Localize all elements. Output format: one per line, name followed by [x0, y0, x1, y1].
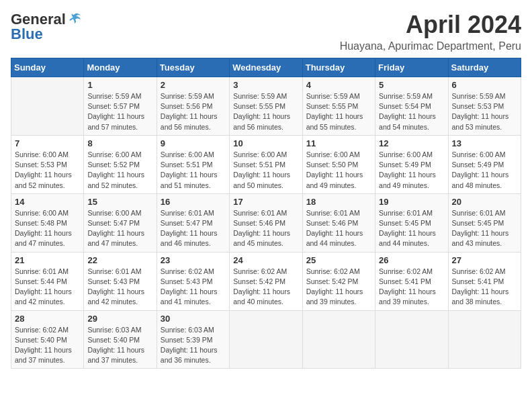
- calendar-cell: 20Sunrise: 6:01 AM Sunset: 5:45 PM Dayli…: [448, 193, 521, 252]
- day-info: Sunrise: 5:59 AM Sunset: 5:57 PM Dayligh…: [87, 91, 152, 132]
- weekday-header: Monday: [84, 58, 157, 77]
- calendar-cell: 26Sunrise: 6:02 AM Sunset: 5:41 PM Dayli…: [375, 252, 448, 310]
- calendar-cell: 28Sunrise: 6:02 AM Sunset: 5:40 PM Dayli…: [11, 310, 84, 369]
- calendar-cell: 18Sunrise: 6:01 AM Sunset: 5:46 PM Dayli…: [302, 193, 375, 252]
- day-info: Sunrise: 5:59 AM Sunset: 5:53 PM Dayligh…: [452, 91, 517, 132]
- calendar-week-row: 7Sunrise: 6:00 AM Sunset: 5:53 PM Daylig…: [11, 135, 521, 193]
- day-info: Sunrise: 6:02 AM Sunset: 5:43 PM Dayligh…: [161, 267, 226, 308]
- calendar-cell: 7Sunrise: 6:00 AM Sunset: 5:53 PM Daylig…: [11, 135, 84, 193]
- title-area: April 2024 Huayana, Apurimac Department,…: [340, 11, 521, 52]
- calendar-cell: 3Sunrise: 5:59 AM Sunset: 5:55 PM Daylig…: [230, 77, 302, 136]
- calendar-cell: 6Sunrise: 5:59 AM Sunset: 5:53 PM Daylig…: [448, 77, 521, 136]
- calendar-week-row: 28Sunrise: 6:02 AM Sunset: 5:40 PM Dayli…: [11, 310, 521, 369]
- calendar-table: SundayMondayTuesdayWednesdayThursdayFrid…: [11, 58, 521, 369]
- location-title: Huayana, Apurimac Department, Peru: [340, 40, 521, 52]
- day-info: Sunrise: 6:01 AM Sunset: 5:45 PM Dayligh…: [452, 208, 517, 249]
- calendar-cell: 14Sunrise: 6:00 AM Sunset: 5:48 PM Dayli…: [11, 193, 84, 252]
- calendar-cell: 22Sunrise: 6:01 AM Sunset: 5:43 PM Dayli…: [84, 252, 157, 310]
- calendar-cell: 5Sunrise: 5:59 AM Sunset: 5:54 PM Daylig…: [375, 77, 448, 136]
- day-info: Sunrise: 6:01 AM Sunset: 5:43 PM Dayligh…: [87, 267, 152, 308]
- day-number: 14: [15, 197, 80, 207]
- logo: General Blue: [11, 11, 82, 43]
- day-number: 13: [452, 138, 517, 148]
- calendar-cell: [375, 310, 448, 369]
- day-number: 30: [161, 314, 226, 324]
- day-number: 26: [379, 255, 444, 265]
- calendar-cell: 30Sunrise: 6:03 AM Sunset: 5:39 PM Dayli…: [157, 310, 229, 369]
- calendar-cell: 29Sunrise: 6:03 AM Sunset: 5:40 PM Dayli…: [84, 310, 157, 369]
- calendar-cell: [302, 310, 375, 369]
- day-info: Sunrise: 6:02 AM Sunset: 5:41 PM Dayligh…: [379, 267, 444, 308]
- calendar-cell: [448, 310, 521, 369]
- day-number: 20: [452, 197, 517, 207]
- day-info: Sunrise: 5:59 AM Sunset: 5:56 PM Dayligh…: [161, 91, 226, 132]
- day-number: 24: [233, 255, 298, 265]
- weekday-header: Thursday: [302, 58, 375, 77]
- day-info: Sunrise: 6:00 AM Sunset: 5:51 PM Dayligh…: [161, 150, 226, 191]
- weekday-header: Friday: [375, 58, 448, 77]
- calendar-cell: 27Sunrise: 6:02 AM Sunset: 5:41 PM Dayli…: [448, 252, 521, 310]
- day-number: 11: [306, 138, 371, 148]
- day-number: 9: [161, 138, 226, 148]
- day-info: Sunrise: 6:02 AM Sunset: 5:41 PM Dayligh…: [452, 267, 517, 308]
- weekday-header: Tuesday: [157, 58, 229, 77]
- day-info: Sunrise: 6:00 AM Sunset: 5:47 PM Dayligh…: [87, 208, 152, 249]
- day-info: Sunrise: 6:02 AM Sunset: 5:40 PM Dayligh…: [15, 325, 80, 366]
- day-number: 18: [306, 197, 371, 207]
- calendar-cell: 2Sunrise: 5:59 AM Sunset: 5:56 PM Daylig…: [157, 77, 229, 136]
- day-number: 17: [233, 197, 298, 207]
- logo-blue: Blue: [11, 26, 43, 43]
- day-number: 28: [15, 314, 80, 324]
- day-number: 1: [87, 80, 152, 90]
- day-number: 12: [379, 138, 444, 148]
- day-number: 25: [306, 255, 371, 265]
- calendar-week-row: 14Sunrise: 6:00 AM Sunset: 5:48 PM Dayli…: [11, 193, 521, 252]
- calendar-cell: 10Sunrise: 6:00 AM Sunset: 5:51 PM Dayli…: [230, 135, 302, 193]
- calendar-cell: 16Sunrise: 6:01 AM Sunset: 5:47 PM Dayli…: [157, 193, 229, 252]
- calendar-cell: 8Sunrise: 6:00 AM Sunset: 5:52 PM Daylig…: [84, 135, 157, 193]
- day-number: 8: [87, 138, 152, 148]
- day-info: Sunrise: 6:00 AM Sunset: 5:50 PM Dayligh…: [306, 150, 371, 191]
- day-number: 16: [161, 197, 226, 207]
- day-info: Sunrise: 5:59 AM Sunset: 5:55 PM Dayligh…: [306, 91, 371, 132]
- header: General Blue April 2024 Huayana, Apurima…: [11, 11, 521, 52]
- day-info: Sunrise: 6:01 AM Sunset: 5:46 PM Dayligh…: [233, 208, 298, 249]
- calendar-cell: 12Sunrise: 6:00 AM Sunset: 5:49 PM Dayli…: [375, 135, 448, 193]
- day-number: 7: [15, 138, 80, 148]
- day-info: Sunrise: 6:01 AM Sunset: 5:45 PM Dayligh…: [379, 208, 444, 249]
- calendar-cell: 1Sunrise: 5:59 AM Sunset: 5:57 PM Daylig…: [84, 77, 157, 136]
- month-title: April 2024: [340, 11, 521, 39]
- calendar-cell: [11, 77, 84, 136]
- day-number: 19: [379, 197, 444, 207]
- day-number: 21: [15, 255, 80, 265]
- calendar-cell: 24Sunrise: 6:02 AM Sunset: 5:42 PM Dayli…: [230, 252, 302, 310]
- calendar-week-row: 1Sunrise: 5:59 AM Sunset: 5:57 PM Daylig…: [11, 77, 521, 136]
- logo-bird-icon: [67, 11, 82, 26]
- day-info: Sunrise: 6:00 AM Sunset: 5:48 PM Dayligh…: [15, 208, 80, 249]
- calendar-cell: [230, 310, 302, 369]
- day-number: 27: [452, 255, 517, 265]
- day-info: Sunrise: 6:00 AM Sunset: 5:53 PM Dayligh…: [15, 150, 80, 191]
- calendar-cell: 21Sunrise: 6:01 AM Sunset: 5:44 PM Dayli…: [11, 252, 84, 310]
- day-number: 2: [161, 80, 226, 90]
- day-info: Sunrise: 6:00 AM Sunset: 5:51 PM Dayligh…: [233, 150, 298, 191]
- day-info: Sunrise: 6:01 AM Sunset: 5:44 PM Dayligh…: [15, 267, 80, 308]
- day-info: Sunrise: 6:03 AM Sunset: 5:39 PM Dayligh…: [161, 325, 226, 366]
- day-number: 3: [233, 80, 298, 90]
- day-number: 22: [87, 255, 152, 265]
- weekday-header: Sunday: [11, 58, 84, 77]
- calendar-week-row: 21Sunrise: 6:01 AM Sunset: 5:44 PM Dayli…: [11, 252, 521, 310]
- calendar-cell: 9Sunrise: 6:00 AM Sunset: 5:51 PM Daylig…: [157, 135, 229, 193]
- day-info: Sunrise: 6:00 AM Sunset: 5:49 PM Dayligh…: [452, 150, 517, 191]
- day-info: Sunrise: 6:03 AM Sunset: 5:40 PM Dayligh…: [87, 325, 152, 366]
- calendar-cell: 11Sunrise: 6:00 AM Sunset: 5:50 PM Dayli…: [302, 135, 375, 193]
- calendar-cell: 17Sunrise: 6:01 AM Sunset: 5:46 PM Dayli…: [230, 193, 302, 252]
- day-number: 10: [233, 138, 298, 148]
- day-number: 5: [379, 80, 444, 90]
- day-number: 15: [87, 197, 152, 207]
- calendar-cell: 25Sunrise: 6:02 AM Sunset: 5:42 PM Dayli…: [302, 252, 375, 310]
- day-info: Sunrise: 6:01 AM Sunset: 5:47 PM Dayligh…: [161, 208, 226, 249]
- day-info: Sunrise: 5:59 AM Sunset: 5:54 PM Dayligh…: [379, 91, 444, 132]
- calendar-cell: 19Sunrise: 6:01 AM Sunset: 5:45 PM Dayli…: [375, 193, 448, 252]
- weekday-header: Saturday: [448, 58, 521, 77]
